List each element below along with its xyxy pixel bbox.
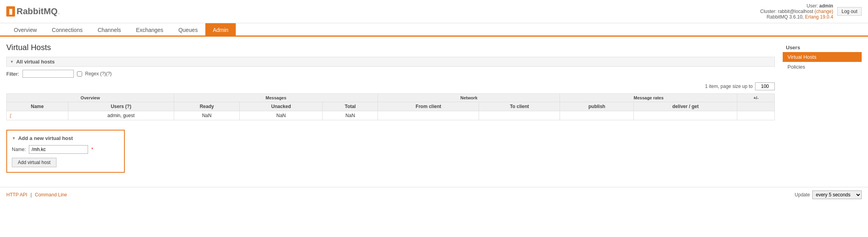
col-publish: publish	[560, 102, 634, 111]
vhost-table: Overview Messages Network Message rates …	[6, 93, 775, 120]
footer-left: HTTP API | Command Line	[6, 192, 67, 198]
vhost-table-body: /admin, guestNaNNaNNaN	[7, 111, 775, 120]
regex-checkbox[interactable]	[77, 71, 82, 77]
sidebar-item-virtual-hosts[interactable]: Virtual Hosts	[783, 52, 862, 62]
username: admin	[819, 3, 833, 9]
all-vhosts-section-label: All virtual hosts	[16, 59, 55, 65]
add-vhost-section: ▼ Add a new virtual host Name: * Add vir…	[6, 130, 125, 173]
section-collapse-arrow: ▼	[10, 60, 14, 64]
all-vhosts-section-header[interactable]: ▼ All virtual hosts	[6, 57, 775, 67]
cluster-label: Cluster:	[760, 9, 776, 14]
nav-channels[interactable]: Channels	[90, 23, 128, 37]
col-from-client: From client	[378, 102, 479, 111]
sidebar-item-policies[interactable]: Policies	[783, 62, 862, 72]
required-indicator: *	[91, 147, 93, 152]
logo-text: RabbitMQ.	[17, 6, 60, 17]
add-vhost-arrow: ▼	[12, 136, 16, 140]
nav-queues[interactable]: Queues	[171, 23, 205, 37]
vhost-name-cell[interactable]: /	[7, 111, 68, 120]
add-vhost-header[interactable]: ▼ Add a new virtual host	[12, 135, 119, 141]
table-cell	[479, 111, 560, 120]
logo-icon: ▮	[6, 6, 15, 17]
page-size-input[interactable]	[755, 82, 775, 90]
col-ready: Ready	[174, 102, 240, 111]
table-cell	[737, 111, 775, 120]
table-cell: NaN	[323, 111, 378, 120]
table-cell: NaN	[240, 111, 323, 120]
nav-overview[interactable]: Overview	[6, 23, 44, 37]
update-select[interactable]: every 5 secondsevery 10 secondsevery 30 …	[812, 190, 862, 199]
col-users[interactable]: Users (?)	[68, 102, 174, 111]
col-deliver-get: deliver / get	[634, 102, 737, 111]
header: ▮ RabbitMQ. User: admin Cluster: rabbit@…	[0, 0, 868, 23]
th-network: Network	[378, 94, 560, 102]
logo: ▮ RabbitMQ.	[6, 6, 60, 17]
http-api-link[interactable]: HTTP API	[6, 192, 27, 198]
change-cluster-link[interactable]: (change)	[815, 9, 833, 14]
filter-input[interactable]	[23, 70, 74, 78]
name-label: Name:	[12, 147, 26, 152]
col-name: Name	[7, 102, 68, 111]
name-row: Name: *	[12, 145, 119, 154]
footer-right: Update every 5 secondsevery 10 secondsev…	[795, 190, 862, 199]
logout-button[interactable]: Log out	[837, 7, 862, 16]
table-cell	[378, 111, 479, 120]
name-input[interactable]	[29, 145, 88, 154]
vhost-name-link[interactable]: /	[10, 113, 11, 118]
version-text: RabbitMQ 3.6.10,	[767, 14, 804, 20]
table-cell	[634, 111, 737, 120]
nav-admin[interactable]: Admin	[205, 23, 236, 37]
col-to-client: To client	[479, 102, 560, 111]
col-actions	[737, 102, 775, 111]
main-layout: Virtual Hosts ▼ All virtual hosts Filter…	[0, 37, 868, 179]
table-row: /admin, guestNaNNaNNaN	[7, 111, 775, 120]
nav-exchanges[interactable]: Exchanges	[128, 23, 171, 37]
pagination-info: 1 item, page size up to	[705, 84, 753, 89]
th-plus-minus[interactable]: +/-	[737, 94, 775, 102]
add-vhost-section-label: Add a new virtual host	[18, 135, 73, 141]
filter-label: Filter:	[6, 71, 19, 77]
table-cell: admin, guest	[68, 111, 174, 120]
update-label: Update	[795, 192, 810, 198]
col-total: Total	[323, 102, 378, 111]
table-cell	[560, 111, 634, 120]
add-vhost-button[interactable]: Add virtual host	[12, 158, 56, 167]
cluster-name: rabbit@localhost	[778, 9, 814, 14]
page-size-row: 1 item, page size up to	[6, 82, 775, 90]
page-title: Virtual Hosts	[6, 43, 775, 52]
erlang-link[interactable]: Erlang 19.0.4	[805, 14, 833, 20]
th-overview: Overview	[7, 94, 174, 102]
filter-row: Filter: Regex (?)(?)	[6, 70, 775, 78]
user-label: User:	[807, 3, 818, 9]
table-cell: NaN	[174, 111, 240, 120]
main-nav: Overview Connections Channels Exchanges …	[0, 23, 868, 37]
sidebar-users-label: Users	[783, 43, 862, 52]
regex-label: Regex (?)(?)	[85, 71, 112, 77]
sidebar: Users Virtual Hosts Policies	[783, 43, 862, 173]
content-area: Virtual Hosts ▼ All virtual hosts Filter…	[6, 43, 775, 173]
command-line-link[interactable]: Command Line	[35, 192, 67, 198]
footer: HTTP API | Command Line Update every 5 s…	[0, 187, 868, 202]
header-right: User: admin Cluster: rabbit@localhost (c…	[760, 3, 862, 20]
th-messages: Messages	[174, 94, 378, 102]
header-info: User: admin Cluster: rabbit@localhost (c…	[760, 3, 833, 20]
th-message-rates: Message rates	[560, 94, 737, 102]
col-unacked: Unacked	[240, 102, 323, 111]
nav-connections[interactable]: Connections	[44, 23, 90, 37]
